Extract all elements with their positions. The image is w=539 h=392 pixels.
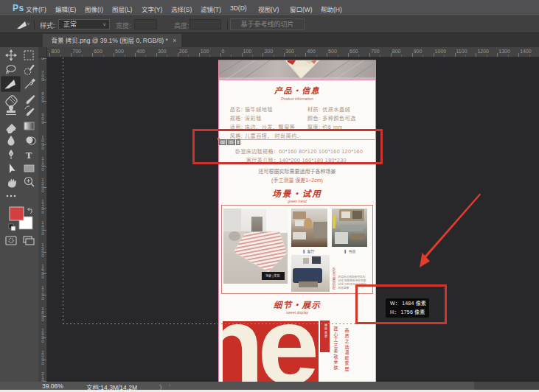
- svg-text:T: T: [26, 150, 32, 161]
